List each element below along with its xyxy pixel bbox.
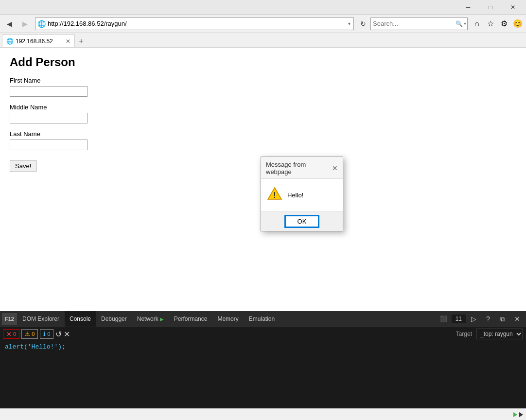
search-bar-container: 🔍 ▾ (370, 18, 468, 30)
address-favicon-icon: 🌐 (37, 20, 46, 28)
debugger-label: Debugger (101, 315, 127, 322)
gear-icon: ⚙ (501, 19, 508, 28)
network-label: Network (137, 315, 158, 322)
modal-close-button[interactable]: ✕ (332, 165, 338, 172)
network-play-icon: ▶ (160, 316, 164, 322)
info-count: 0 (47, 331, 50, 337)
address-dropdown-button[interactable]: ▾ (347, 21, 351, 26)
memory-label: Memory (217, 315, 238, 322)
modal-header: Message from webpage ✕ (261, 157, 343, 179)
tab-label: 192.168.86.52 (16, 38, 53, 45)
modal-ok-button[interactable]: OK (285, 216, 319, 227)
forward-button[interactable]: ▶ (18, 17, 32, 31)
new-tab-icon: + (79, 37, 83, 46)
console-toolbar: ✕ 0 ⚠ 0 ℹ 0 ↺ ✕ Target _top: raygun (0, 327, 526, 341)
modal-body: ! Hello! (261, 179, 343, 211)
help-button[interactable]: ? (481, 312, 495, 326)
tab-memory[interactable]: Memory (212, 311, 243, 327)
status-right (513, 412, 523, 417)
tab-bar: 🌐 192.168.86.52 ✕ + (0, 33, 526, 48)
new-tab-button[interactable]: + (75, 35, 88, 47)
modal-footer: OK (261, 211, 343, 231)
tab-performance[interactable]: Performance (169, 311, 212, 327)
warning-triangle-icon: ! (267, 186, 282, 201)
target-label: Target (456, 331, 472, 337)
favorites-button[interactable]: ☆ (484, 18, 497, 30)
nav-bar: ◀ ▶ 🌐 ▾ ↻ 🔍 ▾ ⌂ ☆ ⚙ 😊 (0, 15, 526, 33)
search-input[interactable] (373, 20, 455, 27)
console-clear-button[interactable]: ✕ (64, 329, 70, 339)
warn-icon: ⚠ (25, 331, 30, 337)
popout-button[interactable]: ⧉ (496, 312, 509, 326)
warning-icon: ! (267, 186, 282, 205)
modal-overlay: Message from webpage ✕ ! Hello! OK (0, 48, 526, 311)
refresh-button[interactable]: ↻ (357, 18, 369, 30)
star-icon: ☆ (487, 19, 494, 28)
settings-button[interactable]: ⚙ (498, 18, 510, 30)
tab-emulation[interactable]: Emulation (244, 311, 280, 327)
close-button[interactable]: ✕ (502, 0, 524, 15)
devtools-count: 11 (452, 315, 466, 323)
tab-debugger[interactable]: Debugger (96, 311, 132, 327)
emulation-label: Emulation (249, 315, 275, 322)
dom-explorer-label: DOM Explorer (22, 315, 59, 322)
maximize-button[interactable]: □ (479, 0, 502, 15)
info-icon: ℹ (43, 331, 46, 337)
page-content: Add Person First Name Middle Name Last N… (0, 48, 526, 311)
address-input[interactable] (48, 20, 347, 27)
svg-text:!: ! (273, 191, 276, 199)
expand-button[interactable]: ▷ (467, 312, 480, 326)
console-refresh-button[interactable]: ↺ (55, 329, 62, 339)
back-icon: ◀ (7, 20, 12, 28)
f12-button[interactable]: F12 (2, 313, 17, 325)
modal-dialog: Message from webpage ✕ ! Hello! OK (261, 157, 343, 231)
refresh-icon: ↻ (360, 20, 366, 28)
browser-tab[interactable]: 🌐 192.168.86.52 ✕ (2, 35, 75, 47)
back-button[interactable]: ◀ (2, 17, 17, 31)
home-icon: ⌂ (474, 19, 479, 28)
tab-dom-explorer[interactable]: DOM Explorer (18, 311, 64, 327)
modal-message: Hello! (287, 192, 303, 199)
forward-icon[interactable] (519, 412, 523, 417)
screenshot-button[interactable]: ⬛ (437, 312, 451, 326)
forward-icon: ▶ (22, 20, 28, 28)
home-button[interactable]: ⌂ (471, 18, 483, 30)
title-bar-buttons: ─ □ ✕ (457, 0, 524, 15)
modal-title: Message from webpage (266, 161, 332, 175)
smiley-icon: 😊 (513, 19, 523, 28)
search-button[interactable]: 🔍 (455, 20, 464, 27)
nav-icons: ⌂ ☆ ⚙ 😊 (471, 18, 524, 30)
console-label: Console (70, 315, 91, 322)
devtools-right: ⬛ 11 ▷ ? ⧉ ✕ (437, 312, 524, 326)
play-icon[interactable] (513, 412, 517, 417)
search-dropdown-icon: ▾ (464, 21, 466, 26)
target-select[interactable]: _top: raygun (476, 329, 523, 339)
address-bar-container: 🌐 ▾ (35, 18, 354, 30)
performance-label: Performance (174, 315, 208, 322)
warn-badge[interactable]: ⚠ 0 (21, 329, 38, 339)
error-count: 0 (13, 331, 16, 337)
tab-console[interactable]: Console (65, 311, 96, 327)
status-bar (0, 408, 526, 420)
tab-close-button[interactable]: ✕ (66, 38, 70, 45)
title-bar: ─ □ ✕ (0, 0, 526, 15)
error-icon: ✕ (6, 331, 12, 338)
error-badge[interactable]: ✕ 0 (3, 329, 19, 339)
tab-network[interactable]: Network ▶ (132, 311, 169, 327)
tab-favicon-icon: 🌐 (6, 38, 14, 45)
devtools-bar: F12 DOM Explorer Console Debugger Networ… (0, 311, 526, 327)
emoji-button[interactable]: 😊 (511, 18, 524, 30)
console-code: alert('Hello!'); (5, 343, 66, 350)
minimize-button[interactable]: ─ (457, 0, 479, 15)
warn-count: 0 (32, 331, 35, 337)
devtools-close-button[interactable]: ✕ (510, 312, 524, 326)
info-badge[interactable]: ℹ 0 (40, 329, 53, 339)
